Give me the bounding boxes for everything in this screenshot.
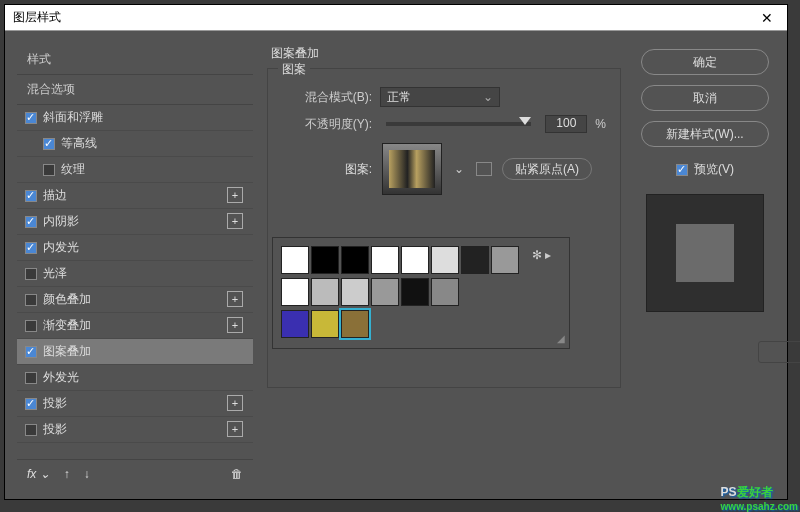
arrow-up-icon[interactable]: ↑ <box>64 467 70 481</box>
style-item-2[interactable]: 纹理 <box>17 157 253 183</box>
window-title: 图层样式 <box>13 9 61 26</box>
pattern-swatch-grid <box>281 246 531 340</box>
style-item-11[interactable]: 投影+ <box>17 391 253 417</box>
close-icon[interactable]: ✕ <box>755 6 779 30</box>
options-panel: 图案叠加 图案 混合模式(B): 正常 不透明度(Y): 100 % 图案: ⌄ <box>267 45 621 487</box>
style-item-6[interactable]: 光泽 <box>17 261 253 287</box>
style-label: 颜色叠加 <box>43 291 91 308</box>
style-checkbox[interactable] <box>25 242 37 254</box>
percent-label: % <box>595 117 606 131</box>
style-item-7[interactable]: 颜色叠加+ <box>17 287 253 313</box>
style-checkbox[interactable] <box>25 190 37 202</box>
add-effect-icon[interactable]: + <box>227 317 243 333</box>
style-item-3[interactable]: 描边+ <box>17 183 253 209</box>
resize-handle-icon[interactable]: ◢ <box>557 333 565 344</box>
style-checkbox[interactable] <box>25 294 37 306</box>
pattern-swatch[interactable] <box>341 246 369 274</box>
style-item-12[interactable]: 投影+ <box>17 417 253 443</box>
style-label: 图案叠加 <box>43 343 91 360</box>
style-label: 内阴影 <box>43 213 79 230</box>
add-effect-icon[interactable]: + <box>227 291 243 307</box>
style-checkbox[interactable] <box>43 164 55 176</box>
pattern-swatch[interactable] <box>281 278 309 306</box>
style-label: 投影 <box>43 421 67 438</box>
pattern-swatch[interactable] <box>431 246 459 274</box>
blend-options-header[interactable]: 混合选项 <box>17 74 253 104</box>
panel-title: 图案叠加 <box>271 45 621 62</box>
style-item-1[interactable]: 等高线 <box>17 131 253 157</box>
style-checkbox[interactable] <box>25 216 37 228</box>
styles-sidebar: 样式 混合选项 斜面和浮雕等高线纹理描边+内阴影+内发光光泽颜色叠加+渐变叠加+… <box>17 45 253 487</box>
pattern-swatch[interactable] <box>311 310 339 338</box>
add-effect-icon[interactable]: + <box>227 395 243 411</box>
style-checkbox[interactable] <box>25 320 37 332</box>
style-item-5[interactable]: 内发光 <box>17 235 253 261</box>
trash-icon[interactable]: 🗑 <box>231 467 243 481</box>
style-item-9[interactable]: 图案叠加 <box>17 339 253 365</box>
sidebar-bottombar: fx ⌄ ↑ ↓ 🗑 <box>17 459 253 487</box>
style-item-0[interactable]: 斜面和浮雕 <box>17 105 253 131</box>
style-checkbox[interactable] <box>25 398 37 410</box>
blend-mode-select[interactable]: 正常 <box>380 87 500 107</box>
pattern-swatch[interactable] <box>401 278 429 306</box>
pattern-picker-flyout: ✻ ▸ ◢ <box>272 237 570 349</box>
pattern-swatch[interactable] <box>311 278 339 306</box>
add-effect-icon[interactable]: + <box>227 187 243 203</box>
fx-menu-icon[interactable]: fx ⌄ <box>27 467 50 481</box>
style-checkbox[interactable] <box>25 346 37 358</box>
ok-button[interactable]: 确定 <box>641 49 769 75</box>
style-checkbox[interactable] <box>25 372 37 384</box>
pattern-swatch[interactable] <box>281 246 309 274</box>
chevron-down-icon[interactable]: ⌄ <box>452 162 466 176</box>
pattern-fieldset: 图案 混合模式(B): 正常 不透明度(Y): 100 % 图案: ⌄ 贴紧原 <box>267 68 621 388</box>
opacity-value[interactable]: 100 <box>545 115 587 133</box>
add-effect-icon[interactable]: + <box>227 213 243 229</box>
pattern-thumbnail[interactable] <box>382 143 442 195</box>
opacity-label: 不透明度(Y): <box>282 116 372 133</box>
style-checkbox[interactable] <box>43 138 55 150</box>
gear-icon[interactable]: ✻ ▸ <box>532 248 551 262</box>
pattern-swatch[interactable] <box>341 278 369 306</box>
watermark: PS爱好者 www.psahz.com <box>721 480 798 512</box>
style-label: 投影 <box>43 395 67 412</box>
preview-swatch <box>646 194 764 312</box>
new-style-button[interactable]: 新建样式(W)... <box>641 121 769 147</box>
arrow-down-icon[interactable]: ↓ <box>84 467 90 481</box>
style-checkbox[interactable] <box>25 112 37 124</box>
pattern-swatch[interactable] <box>491 246 519 274</box>
pattern-swatch[interactable] <box>371 278 399 306</box>
pattern-swatch[interactable] <box>341 310 369 338</box>
style-label: 斜面和浮雕 <box>43 109 103 126</box>
pattern-swatch[interactable] <box>401 246 429 274</box>
new-preset-icon[interactable] <box>476 162 492 176</box>
preview-label: 预览(V) <box>694 161 734 178</box>
dialog-buttons: 确定 取消 新建样式(W)... 预览(V) <box>635 45 775 487</box>
pattern-swatch[interactable] <box>431 278 459 306</box>
style-label: 纹理 <box>61 161 85 178</box>
snap-origin-button[interactable]: 贴紧原点(A) <box>502 158 592 180</box>
style-label: 等高线 <box>61 135 97 152</box>
add-effect-icon[interactable]: + <box>227 421 243 437</box>
style-label: 内发光 <box>43 239 79 256</box>
style-item-4[interactable]: 内阴影+ <box>17 209 253 235</box>
cancel-button[interactable]: 取消 <box>641 85 769 111</box>
style-item-10[interactable]: 外发光 <box>17 365 253 391</box>
pattern-swatch[interactable] <box>281 310 309 338</box>
style-label: 外发光 <box>43 369 79 386</box>
style-checkbox[interactable] <box>25 268 37 280</box>
style-checkbox[interactable] <box>25 424 37 436</box>
style-label: 光泽 <box>43 265 67 282</box>
pattern-swatch[interactable] <box>311 246 339 274</box>
blend-mode-label: 混合模式(B): <box>282 89 372 106</box>
preview-checkbox[interactable] <box>676 164 688 176</box>
pattern-label: 图案: <box>282 161 372 178</box>
pattern-swatch[interactable] <box>371 246 399 274</box>
style-item-8[interactable]: 渐变叠加+ <box>17 313 253 339</box>
link-with-layer-checkbox[interactable] <box>758 341 800 363</box>
opacity-slider[interactable] <box>386 122 531 126</box>
styles-header[interactable]: 样式 <box>17 45 253 74</box>
dialog-window: 图层样式 ✕ 样式 混合选项 斜面和浮雕等高线纹理描边+内阴影+内发光光泽颜色叠… <box>4 4 788 500</box>
style-label: 描边 <box>43 187 67 204</box>
style-label: 渐变叠加 <box>43 317 91 334</box>
pattern-swatch[interactable] <box>461 246 489 274</box>
